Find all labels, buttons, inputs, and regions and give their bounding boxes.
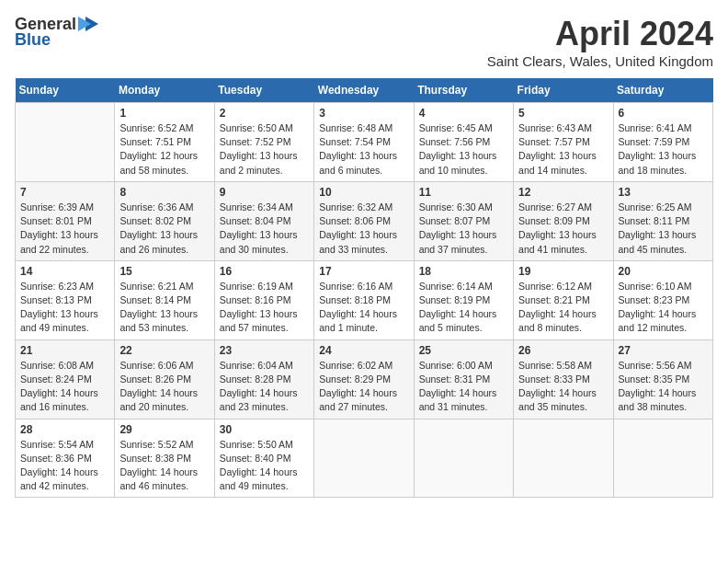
calendar-cell [414,419,513,498]
calendar-cell: 12Sunrise: 6:27 AMSunset: 8:09 PMDayligh… [514,181,613,260]
day-number: 22 [119,344,209,357]
day-info: Sunrise: 6:04 AMSunset: 8:28 PMDaylight:… [220,360,298,413]
logo-icon [78,15,98,33]
calendar-cell [16,103,115,182]
day-number: 20 [619,265,708,278]
day-info: Sunrise: 5:52 AMSunset: 8:38 PMDaylight:… [119,439,198,492]
day-number: 12 [518,186,608,199]
day-number: 8 [119,186,209,199]
calendar-cell: 13Sunrise: 6:25 AMSunset: 8:11 PMDayligh… [613,181,712,260]
calendar-cell: 29Sunrise: 5:52 AMSunset: 8:38 PMDayligh… [115,419,214,498]
day-info: Sunrise: 6:39 AMSunset: 8:01 PMDaylight:… [20,201,98,255]
calendar-cell: 2Sunrise: 6:50 AMSunset: 7:52 PMDaylight… [214,103,313,182]
day-number: 30 [220,423,309,436]
day-info: Sunrise: 6:45 AMSunset: 7:56 PMDaylight:… [419,122,497,176]
calendar-cell: 3Sunrise: 6:48 AMSunset: 7:54 PMDaylight… [314,103,414,182]
calendar-cell [514,419,613,498]
logo-blue: Blue [15,30,51,50]
calendar-cell: 1Sunrise: 6:52 AMSunset: 7:51 PMDaylight… [115,103,214,182]
weekday-header-wednesday: Wednesday [314,78,414,103]
calendar-week-1: 1Sunrise: 6:52 AMSunset: 7:51 PMDaylight… [16,103,713,182]
day-info: Sunrise: 6:02 AMSunset: 8:29 PMDaylight:… [319,360,397,413]
day-number: 15 [119,265,209,278]
day-info: Sunrise: 6:23 AMSunset: 8:13 PMDaylight:… [20,281,98,334]
calendar-cell: 15Sunrise: 6:21 AMSunset: 8:14 PMDayligh… [115,260,214,339]
day-info: Sunrise: 6:14 AMSunset: 8:19 PMDaylight:… [419,281,497,334]
day-info: Sunrise: 6:30 AMSunset: 8:07 PMDaylight:… [419,201,497,255]
calendar-cell: 22Sunrise: 6:06 AMSunset: 8:26 PMDayligh… [115,339,214,419]
day-number: 17 [319,265,408,278]
day-info: Sunrise: 5:54 AMSunset: 8:36 PMDaylight:… [20,439,98,492]
calendar-cell: 10Sunrise: 6:32 AMSunset: 8:06 PMDayligh… [314,181,414,260]
calendar-week-5: 28Sunrise: 5:54 AMSunset: 8:36 PMDayligh… [16,419,713,498]
day-number: 10 [319,186,408,199]
main-title: April 2024 [487,15,713,53]
calendar-cell: 25Sunrise: 6:00 AMSunset: 8:31 PMDayligh… [414,339,513,419]
day-number: 19 [518,265,608,278]
weekday-header-saturday: Saturday [613,78,712,103]
calendar-cell: 7Sunrise: 6:39 AMSunset: 8:01 PMDaylight… [16,181,115,260]
calendar-cell: 18Sunrise: 6:14 AMSunset: 8:19 PMDayligh… [414,260,513,339]
calendar-cell: 6Sunrise: 6:41 AMSunset: 7:59 PMDaylight… [613,103,712,182]
weekday-header-thursday: Thursday [414,78,513,103]
calendar-body: 1Sunrise: 6:52 AMSunset: 7:51 PMDaylight… [16,103,713,498]
header: General Blue April 2024 Saint Clears, Wa… [15,15,713,69]
day-info: Sunrise: 6:06 AMSunset: 8:26 PMDaylight:… [119,360,198,413]
day-number: 24 [319,344,408,357]
day-info: Sunrise: 6:12 AMSunset: 8:21 PMDaylight:… [518,281,597,334]
calendar-cell: 20Sunrise: 6:10 AMSunset: 8:23 PMDayligh… [613,260,712,339]
day-number: 14 [20,265,109,278]
day-info: Sunrise: 6:41 AMSunset: 7:59 PMDaylight:… [619,122,697,176]
day-number: 5 [518,107,608,120]
day-info: Sunrise: 6:21 AMSunset: 8:14 PMDaylight:… [119,281,198,334]
day-info: Sunrise: 6:27 AMSunset: 8:09 PMDaylight:… [518,201,597,255]
day-number: 16 [220,265,309,278]
calendar-cell: 14Sunrise: 6:23 AMSunset: 8:13 PMDayligh… [16,260,115,339]
day-info: Sunrise: 6:34 AMSunset: 8:04 PMDaylight:… [220,201,298,255]
day-info: Sunrise: 6:32 AMSunset: 8:06 PMDaylight:… [319,201,397,255]
day-number: 25 [419,344,508,357]
calendar-cell: 8Sunrise: 6:36 AMSunset: 8:02 PMDaylight… [115,181,214,260]
subtitle: Saint Clears, Wales, United Kingdom [487,53,713,69]
calendar-week-3: 14Sunrise: 6:23 AMSunset: 8:13 PMDayligh… [16,260,713,339]
calendar-cell: 16Sunrise: 6:19 AMSunset: 8:16 PMDayligh… [214,260,313,339]
calendar-week-2: 7Sunrise: 6:39 AMSunset: 8:01 PMDaylight… [16,181,713,260]
calendar-cell: 26Sunrise: 5:58 AMSunset: 8:33 PMDayligh… [514,339,613,419]
day-info: Sunrise: 6:36 AMSunset: 8:02 PMDaylight:… [119,201,198,255]
day-number: 21 [20,344,109,357]
day-info: Sunrise: 6:50 AMSunset: 7:52 PMDaylight:… [220,122,298,176]
day-number: 2 [220,107,309,120]
calendar-week-4: 21Sunrise: 6:08 AMSunset: 8:24 PMDayligh… [16,339,713,419]
day-number: 26 [518,344,608,357]
day-number: 27 [619,344,708,357]
day-info: Sunrise: 6:08 AMSunset: 8:24 PMDaylight:… [20,360,98,413]
calendar-cell: 19Sunrise: 6:12 AMSunset: 8:21 PMDayligh… [514,260,613,339]
calendar-cell: 28Sunrise: 5:54 AMSunset: 8:36 PMDayligh… [16,419,115,498]
calendar-cell: 27Sunrise: 5:56 AMSunset: 8:35 PMDayligh… [613,339,712,419]
calendar-cell: 11Sunrise: 6:30 AMSunset: 8:07 PMDayligh… [414,181,513,260]
day-info: Sunrise: 6:52 AMSunset: 7:51 PMDaylight:… [119,122,198,176]
day-info: Sunrise: 6:19 AMSunset: 8:16 PMDaylight:… [220,281,298,334]
day-info: Sunrise: 5:50 AMSunset: 8:40 PMDaylight:… [220,439,298,492]
calendar-cell [314,419,414,498]
weekday-header-row: SundayMondayTuesdayWednesdayThursdayFrid… [16,78,713,103]
day-number: 23 [220,344,309,357]
day-number: 28 [20,423,109,436]
day-info: Sunrise: 5:58 AMSunset: 8:33 PMDaylight:… [518,360,597,413]
weekday-header-monday: Monday [115,78,214,103]
calendar-cell: 30Sunrise: 5:50 AMSunset: 8:40 PMDayligh… [214,419,313,498]
day-info: Sunrise: 6:48 AMSunset: 7:54 PMDaylight:… [319,122,397,176]
day-info: Sunrise: 6:16 AMSunset: 8:18 PMDaylight:… [319,281,397,334]
weekday-header-sunday: Sunday [16,78,115,103]
weekday-header-friday: Friday [514,78,613,103]
calendar-table: SundayMondayTuesdayWednesdayThursdayFrid… [15,78,713,498]
calendar-cell: 9Sunrise: 6:34 AMSunset: 8:04 PMDaylight… [214,181,313,260]
weekday-header-tuesday: Tuesday [214,78,313,103]
title-area: April 2024 Saint Clears, Wales, United K… [487,15,713,69]
day-number: 29 [119,423,209,436]
calendar-cell: 4Sunrise: 6:45 AMSunset: 7:56 PMDaylight… [414,103,513,182]
calendar-cell: 23Sunrise: 6:04 AMSunset: 8:28 PMDayligh… [214,339,313,419]
day-number: 18 [419,265,508,278]
calendar-cell: 24Sunrise: 6:02 AMSunset: 8:29 PMDayligh… [314,339,414,419]
calendar-cell [613,419,712,498]
